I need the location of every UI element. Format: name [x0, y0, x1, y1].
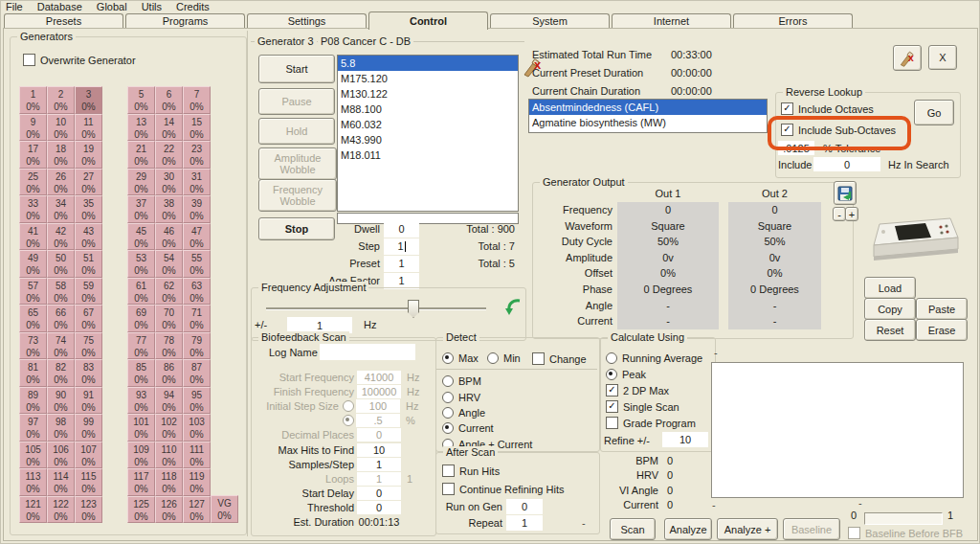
frequency-list[interactable]: 5.8M175.120M130.122M88.100M60.032M43.990… [337, 55, 519, 212]
run-hits-checkbox[interactable]: Run Hits [442, 465, 500, 477]
generator-cell-127[interactable]: 1270% [183, 496, 211, 524]
calc-option-radio-running-average[interactable] [606, 352, 617, 364]
generator-cell-21[interactable]: 210% [127, 141, 155, 169]
detect-change-checkbox[interactable]: Change [532, 352, 587, 365]
generator-cell-110[interactable]: 1100% [155, 442, 183, 469]
undo-adjustment-icon[interactable] [504, 297, 523, 318]
frequency-list-item[interactable]: M18.011 [338, 147, 518, 163]
overwrite-generator-checkbox[interactable]: Overwrite Generator [23, 54, 136, 66]
generator-cell-30[interactable]: 300% [155, 169, 183, 196]
generator-cell-99[interactable]: 990% [75, 414, 102, 442]
frequency-list-item[interactable]: M60.032 [338, 117, 518, 132]
generator-cell-5[interactable]: 50% [127, 86, 155, 114]
generator-cell-14[interactable]: 140% [155, 114, 183, 142]
generator-cell-50[interactable]: 500% [47, 250, 75, 278]
bf-step-size-radio[interactable] [343, 415, 354, 426]
generator-cell-106[interactable]: 1060% [47, 442, 75, 469]
bf-row-value[interactable]: 0 [357, 487, 401, 500]
generator-cell-18[interactable]: 180% [47, 141, 75, 169]
lookup-result-item[interactable]: Absentmindedness (CAFL) [529, 100, 767, 115]
calc-option-checkbox-grade-program[interactable] [606, 417, 618, 429]
generator-cell-vg[interactable]: VG 0% [211, 495, 238, 523]
generator-cell-90[interactable]: 900% [47, 387, 75, 415]
generator-cell-55[interactable]: 550% [183, 250, 211, 278]
generator-cell-114[interactable]: 1140% [47, 468, 75, 496]
calc-option-radio-peak[interactable] [606, 369, 617, 380]
generator-cell-26[interactable]: 260% [47, 169, 75, 196]
generator-cell-121[interactable]: 1210% [19, 496, 47, 524]
save-output-button[interactable] [834, 181, 857, 205]
gen-field-input-preset[interactable]: 1 [384, 256, 419, 272]
output-plus-button[interactable]: + [845, 207, 858, 221]
generator-cell-103[interactable]: 1030% [183, 414, 211, 442]
generator-cell-2[interactable]: 20% [47, 86, 75, 114]
generator-cell-43[interactable]: 430% [75, 223, 102, 251]
tab-control[interactable]: Control [368, 11, 488, 30]
generator-cell-15[interactable]: 150% [183, 114, 211, 142]
generator-cell-97[interactable]: 970% [19, 414, 47, 442]
generator-cell-74[interactable]: 740% [47, 332, 75, 360]
bf-row-value[interactable]: 10 [357, 443, 401, 457]
baseline-before-bfb-checkbox[interactable]: Baseline Before BFB [848, 527, 963, 539]
detect-max-radio-circle[interactable] [442, 352, 454, 364]
generator-cell-102[interactable]: 1020% [155, 414, 183, 442]
hold-button[interactable]: Hold [258, 118, 335, 145]
generator-cell-63[interactable]: 630% [183, 278, 211, 306]
generator-cell-75[interactable]: 750% [75, 332, 102, 360]
run-on-gen-field[interactable]: 0 [506, 499, 543, 514]
frequency-list-item[interactable]: M175.120 [338, 71, 518, 86]
start-button[interactable]: Start [258, 55, 335, 83]
generator-cell-66[interactable]: 660% [47, 305, 75, 332]
generator-cell-81[interactable]: 810% [19, 359, 47, 387]
include-octaves-checkbox[interactable]: Include Octaves [781, 102, 874, 115]
generator-cell-53[interactable]: 530% [127, 250, 155, 278]
baseline-before-bfb-checkbox-box[interactable] [848, 527, 860, 539]
bf-row-value[interactable]: 1 [357, 458, 401, 471]
generator-cell-39[interactable]: 390% [183, 195, 211, 223]
frequency-adjustment-slider-track[interactable] [266, 307, 486, 310]
gen-field-input-age-factor[interactable]: 1 [384, 273, 419, 289]
copy-button[interactable]: Copy [864, 298, 916, 320]
run-hits-checkbox-box[interactable] [442, 465, 455, 477]
generator-cell-17[interactable]: 170% [19, 141, 47, 169]
continue-refining-checkbox-box[interactable] [442, 483, 455, 495]
generator-cell-13[interactable]: 130% [127, 114, 155, 142]
tolerance-field[interactable]: .0125 [778, 141, 814, 155]
generator-cell-94[interactable]: 940% [155, 387, 183, 415]
generator-cell-89[interactable]: 890% [19, 387, 47, 415]
generator-cell-47[interactable]: 470% [183, 223, 211, 251]
frequency-wobble-button[interactable]: Frequency Wobble [258, 179, 337, 212]
pause-button[interactable]: Pause [258, 88, 335, 115]
generator-cell-59[interactable]: 590% [75, 278, 102, 306]
generator-cell-83[interactable]: 830% [75, 359, 102, 387]
generator-cell-101[interactable]: 1010% [127, 414, 155, 442]
output-minus-button[interactable]: - [833, 207, 846, 221]
generator-cell-22[interactable]: 220% [155, 141, 183, 169]
analyze-button[interactable]: Analyze [664, 518, 712, 540]
generator-cell-23[interactable]: 230% [183, 141, 211, 169]
erase-button[interactable]: Erase [916, 319, 968, 341]
gen-field-input-dwell[interactable]: 0 [384, 221, 419, 238]
generator-cell-123[interactable]: 1230% [75, 496, 102, 524]
generator-cell-7[interactable]: 70% [183, 86, 211, 114]
lookup-result-item[interactable]: Agmatine biosynthesis (MW) [529, 115, 767, 130]
menu-item-credits[interactable]: Credits [176, 1, 210, 12]
generator-cell-73[interactable]: 730% [19, 332, 47, 360]
generator-cell-29[interactable]: 290% [127, 169, 155, 196]
lookup-results-list[interactable]: Absentmindedness (CAFL)Agmatine biosynth… [528, 99, 768, 133]
reset-button[interactable]: Reset [864, 319, 916, 341]
menu-item-utils[interactable]: Utils [142, 1, 162, 12]
paste-button[interactable]: Paste [916, 298, 968, 320]
scan-button[interactable]: Scan [610, 518, 656, 540]
load-button[interactable]: Load [864, 277, 916, 299]
generator-cell-93[interactable]: 930% [127, 387, 155, 415]
bf-row-value[interactable]: 0 [357, 501, 401, 514]
generator-cell-67[interactable]: 670% [75, 305, 102, 332]
generator-cell-42[interactable]: 420% [47, 223, 75, 251]
generator-cell-6[interactable]: 60% [155, 86, 183, 114]
generator-cell-86[interactable]: 860% [155, 359, 183, 387]
generator-cell-122[interactable]: 1220% [47, 496, 75, 524]
amplitude-wobble-button[interactable]: Amplitude Wobble [258, 147, 337, 180]
detect-option-radio-angle[interactable] [442, 407, 454, 419]
detect-option-radio-bpm[interactable] [442, 375, 454, 387]
